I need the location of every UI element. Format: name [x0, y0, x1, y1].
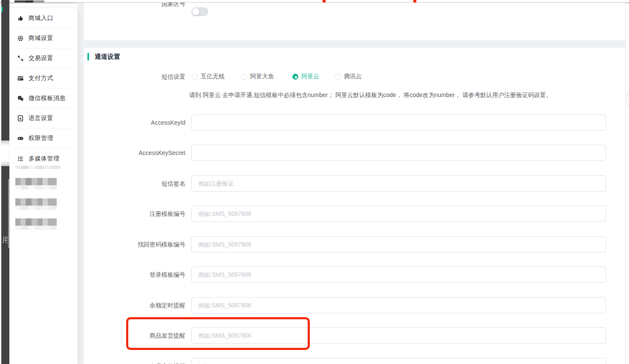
- section-title: 通道设置: [95, 52, 120, 61]
- edge-floating-widget[interactable]: [626, 92, 629, 106]
- masked-text-block: [15, 185, 57, 189]
- sms-helper-text: 请到 阿里云 去申请开通,短信模板中必须包含number； 阿里云默认模板为co…: [189, 91, 552, 99]
- sidebar-item-wechat-template[interactable]: 微信模板消息: [9, 89, 78, 109]
- accesskeysecret-input[interactable]: [191, 145, 606, 161]
- masked-text-block: [15, 178, 57, 185]
- form-row-sms-signature: 短信签名: [84, 175, 606, 192]
- wechat-icon: [17, 95, 24, 102]
- settings-content-panel: 国家区号 通道设置 短信设置 互亿无线 阿里大鱼 阿里云 腾讯云 请到 阿里云 …: [84, 3, 626, 364]
- form-row-accesskeysecret: AccessKeySecret: [84, 145, 606, 161]
- sidebar-item-trade-settings[interactable]: 交易设置: [9, 49, 78, 69]
- svg-text:A: A: [19, 117, 22, 120]
- radio-circle-icon: [241, 74, 247, 80]
- sidebar-item-label: 语言设置: [29, 115, 53, 122]
- form-row-login-template: 登录模板编号: [84, 267, 606, 283]
- register-template-input[interactable]: [191, 206, 606, 222]
- radio-option-label: 阿里大鱼: [250, 73, 274, 80]
- login-template-input[interactable]: [191, 267, 606, 283]
- field-label: 商品发货提醒: [84, 327, 185, 344]
- content-right-border: [625, 3, 626, 364]
- password-template-input[interactable]: [191, 236, 606, 252]
- rail-active-window: [1, 140, 9, 166]
- field-label: 短信签名: [84, 175, 185, 192]
- radio-option-label: 阿里云: [301, 73, 319, 80]
- radio-circle-icon: [335, 74, 341, 80]
- form-row-shipping-reminder: 商品发货提醒: [84, 327, 606, 344]
- sidebar-item-label: 交易设置: [29, 54, 53, 62]
- form-row-password-template: 找回密码模板编号: [84, 236, 606, 252]
- field-label: 注册模板编号: [84, 206, 185, 222]
- language-icon: A: [17, 115, 24, 122]
- masked-text-block: [15, 198, 57, 206]
- field-label: AccessKeySecret: [84, 145, 185, 161]
- rail-accent-notch: [1, 6, 3, 12]
- sidebar-item-masked-3[interactable]: [15, 218, 57, 230]
- sms-settings-label: 短信设置: [84, 72, 185, 81]
- field-label: 找回密码模板编号: [84, 236, 185, 252]
- sidebar-item-label: 多媒体管理: [29, 155, 60, 163]
- form-row-accesskeyid: AccessKeyId: [84, 115, 606, 131]
- hand-pointer-icon: [17, 15, 24, 22]
- radio-option-alidayu[interactable]: 阿里大鱼: [241, 72, 274, 81]
- sidebar-item-label: 商城入口: [29, 14, 53, 22]
- sidebar-item-mall-entry[interactable]: 商城入口: [9, 9, 78, 29]
- masked-text-block: [15, 226, 57, 230]
- field-label: 登录模板编号: [84, 267, 185, 283]
- sms-provider-radio-group: 短信设置 互亿无线 阿里大鱼 阿里云 腾讯云: [84, 72, 626, 81]
- sidebar-menu: 商城入口 商城设置 交易设置 支付方式 微信模板消息: [9, 8, 78, 169]
- balance-reminder-input[interactable]: [191, 297, 606, 313]
- sidebar-item-language-settings[interactable]: A 语言设置: [9, 109, 78, 129]
- form-row-recharge-reminder: 会员充值提醒: [84, 358, 606, 364]
- field-label: 会员充值提醒: [84, 358, 185, 364]
- field-label: AccessKeyId: [84, 115, 185, 131]
- credit-card-icon: [17, 75, 24, 82]
- radio-option-tencent[interactable]: 腾讯云: [335, 72, 362, 81]
- list-icon: [17, 155, 24, 162]
- sidebar-item-label: 微信模板消息: [29, 95, 66, 102]
- section-divider-band: [84, 40, 626, 48]
- sidebar-item-permission-management[interactable]: 权限管理: [9, 129, 78, 149]
- toggle-knob: [192, 8, 199, 15]
- sidebar-gutter: [78, 3, 84, 364]
- masked-text-block: [15, 218, 57, 226]
- gamepad-icon: [17, 135, 24, 142]
- clipped-page-title-fragment: [14, 0, 44, 3]
- settings-sidebar: 商城入口 商城设置 交易设置 支付方式 微信模板消息: [9, 8, 78, 364]
- gear-icon: [17, 35, 24, 42]
- radio-option-label: 腾讯云: [344, 73, 362, 80]
- sidebar-item-masked-2[interactable]: [15, 198, 57, 210]
- sidebar-item-label: 支付方式: [29, 75, 53, 82]
- section-accent-bar: [87, 53, 89, 60]
- field-label: 余额定时提醒: [84, 297, 185, 313]
- trade-arrows-icon: [17, 55, 24, 62]
- country-code-toggle[interactable]: [191, 7, 208, 16]
- radio-option-aliyun[interactable]: 阿里云: [292, 72, 319, 81]
- radio-option-huyi[interactable]: 互亿无线: [192, 72, 225, 81]
- form-row-register-template: 注册模板编号: [84, 206, 606, 222]
- radio-option-label: 互亿无线: [201, 73, 225, 80]
- shipping-reminder-input[interactable]: [191, 327, 606, 344]
- sidebar-item-masked-1[interactable]: [15, 178, 57, 189]
- masked-text-block: [15, 206, 57, 210]
- sidebar-item-mall-settings[interactable]: 商城设置: [9, 29, 78, 49]
- country-code-label: 国家区号: [84, 3, 185, 8]
- masked-subitem-bar: [15, 166, 61, 169]
- sidebar-item-label: 商城设置: [29, 34, 53, 42]
- radio-circle-icon: [192, 74, 198, 80]
- recharge-reminder-input[interactable]: [191, 358, 606, 364]
- radio-selected-icon: [292, 74, 298, 80]
- sms-signature-input[interactable]: [191, 175, 606, 192]
- sidebar-item-label: 权限管理: [29, 135, 53, 142]
- accesskeyid-input[interactable]: [191, 115, 606, 131]
- form-row-balance-reminder: 余额定时提醒: [84, 297, 606, 313]
- sidebar-item-payment-methods[interactable]: 支付方式: [9, 69, 78, 89]
